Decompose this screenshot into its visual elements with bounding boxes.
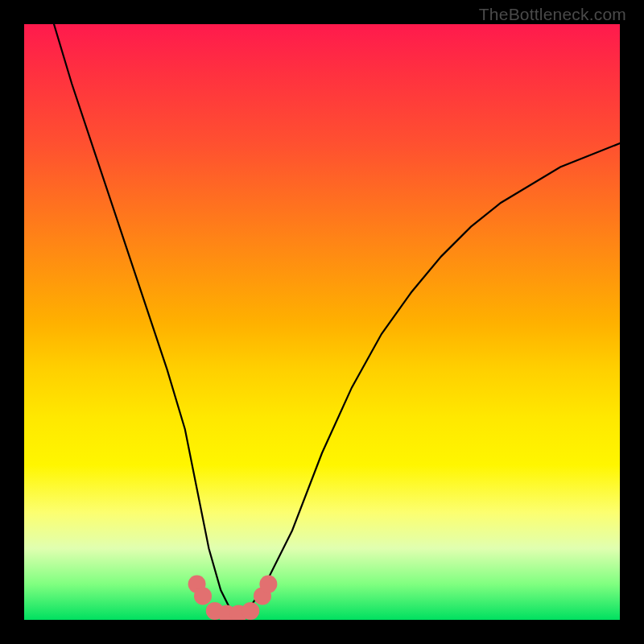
- bottleneck-curve: [54, 24, 620, 614]
- highlight-dots: [188, 576, 278, 620]
- highlight-dot: [194, 587, 212, 605]
- highlight-dot: [259, 576, 277, 593]
- highlight-dot: [242, 602, 259, 620]
- plot-area: [24, 24, 620, 620]
- curve-layer: [24, 24, 620, 620]
- watermark-text: TheBottleneck.com: [479, 5, 626, 24]
- chart-frame: TheBottleneck.com: [0, 0, 644, 644]
